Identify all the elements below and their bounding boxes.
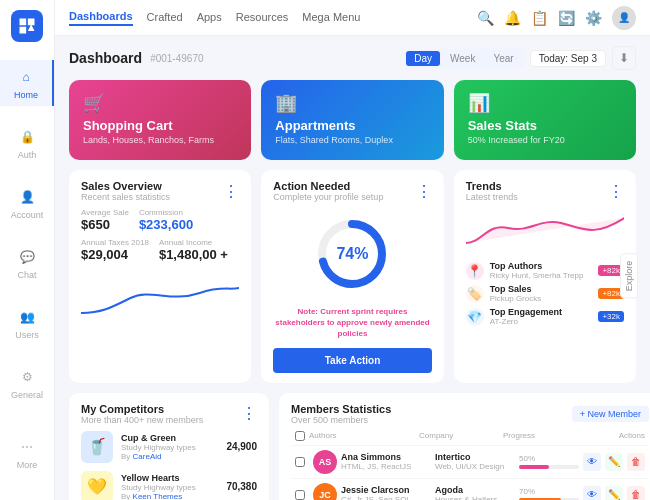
trend-item-0: 📍 Top Authors Ricky Hunt, Smerha Trepp +… xyxy=(466,261,624,280)
trend-chart xyxy=(466,208,624,253)
card-sales-stats[interactable]: 📊 Sales Stats 50% Increased for FY20 xyxy=(454,80,636,160)
comp-thumb-0: 🥤 xyxy=(81,431,113,463)
select-all-checkbox[interactable] xyxy=(295,431,305,441)
bell-icon[interactable]: 🔔 xyxy=(504,10,521,26)
trend-info-1: Top Sales Pickup Grocks xyxy=(490,284,593,303)
nav-apps[interactable]: Apps xyxy=(197,11,222,25)
card-shopping-cart[interactable]: 🛒 Shopping Cart Lands, Houses, Ranchos, … xyxy=(69,80,251,160)
member-checkbox-1[interactable] xyxy=(295,490,305,500)
member-delete-btn-0[interactable]: 🗑 xyxy=(627,453,645,471)
nav-resources[interactable]: Resources xyxy=(236,11,289,25)
competitors-more-button[interactable]: ⋮ xyxy=(241,404,257,423)
tab-week[interactable]: Week xyxy=(442,51,483,66)
bottom-row: My Competitors More than 400+ new member… xyxy=(69,393,636,500)
action-needed-panel: Action Needed Complete your profile setu… xyxy=(261,170,443,383)
competitors-title: My Competitors xyxy=(81,403,203,415)
card-sales-subtitle: 50% Increased for FY20 xyxy=(468,135,622,145)
day-tabs: Day Week Year xyxy=(404,49,523,68)
new-member-button[interactable]: + New Member xyxy=(572,406,649,422)
comp-info-0: Cup & Green Study Highway types By CareA… xyxy=(121,433,218,461)
member-view-btn-0[interactable]: 👁 xyxy=(583,453,601,471)
file-icon[interactable]: 📋 xyxy=(531,10,548,26)
trends-sub: Latest trends xyxy=(466,192,518,202)
annual-taxes-label: Annual Taxes 2018 xyxy=(81,238,149,247)
download-button[interactable]: ⬇ xyxy=(612,46,636,70)
user-avatar[interactable]: 👤 xyxy=(612,6,636,30)
explore-tab-container: Explore xyxy=(620,254,638,299)
cards-row: 🛒 Shopping Cart Lands, Houses, Ranchos, … xyxy=(69,80,636,160)
member-company-0: Intertico Web, UI/UX Design xyxy=(435,452,515,471)
member-avatar-1: JC xyxy=(313,483,337,500)
account-icon: 👤 xyxy=(16,186,38,208)
sidebar-item-home[interactable]: ⌂ Home xyxy=(0,60,54,106)
trends-more-button[interactable]: ⋮ xyxy=(608,182,624,201)
annual-income-val: $1,480,00 + xyxy=(159,247,228,262)
topnav: Dashboards Crafted Apps Resources Mega M… xyxy=(55,0,650,36)
member-avatar-0: AS xyxy=(313,450,337,474)
app-logo xyxy=(11,10,43,42)
commission-val: $233,600 xyxy=(139,217,193,232)
member-role-1: C#, Jr JS, Seq SQL xyxy=(341,495,431,500)
member-role-0: HTML, JS, ReactJS xyxy=(341,462,431,471)
action-note-prefix: Note: xyxy=(298,307,321,316)
explore-tab[interactable]: Explore xyxy=(620,254,638,299)
dashboard-header: Dashboard #001-49670 Day Week Year Today… xyxy=(69,46,636,70)
member-checkbox-0[interactable] xyxy=(295,457,305,467)
trend-name-1: Top Sales xyxy=(490,284,593,294)
member-row-0: AS Ana Simmons HTML, JS, ReactJS Interti… xyxy=(291,445,649,478)
nav-dashboards[interactable]: Dashboards xyxy=(69,10,133,26)
comp-item-1: 💛 Yellow Hearts Study Highway types By K… xyxy=(81,471,257,500)
more-icon: ⋯ xyxy=(16,436,38,458)
sidebar-item-more[interactable]: ⋯ More xyxy=(0,430,54,476)
comp-by-0: By CareAid xyxy=(121,452,218,461)
search-icon[interactable]: 🔍 xyxy=(477,10,494,26)
trend-sub-0: Ricky Hunt, Smerha Trepp xyxy=(490,271,593,280)
trend-icon-0: 📍 xyxy=(466,262,484,280)
settings-icon[interactable]: ⚙️ xyxy=(585,10,602,26)
general-icon: ⚙ xyxy=(16,366,38,388)
take-action-button[interactable]: Take Action xyxy=(273,348,431,373)
cart-icon: 🛒 xyxy=(83,92,237,114)
trend-icon-1: 🏷️ xyxy=(466,285,484,303)
comp-by-1: By Keen Themes xyxy=(121,492,218,500)
sales-chart xyxy=(81,268,239,318)
tab-day[interactable]: Day xyxy=(406,51,440,66)
action-sub: Complete your profile setup xyxy=(273,192,383,202)
sales-title: Sales Overview xyxy=(81,180,170,192)
content-area: Dashboard #001-49670 Day Week Year Today… xyxy=(55,36,650,500)
sales-stats-2: Annual Taxes 2018 $29,004 Annual Income … xyxy=(81,238,239,262)
sidebar-item-users[interactable]: 👥 Users xyxy=(0,300,54,346)
member-edit-btn-1[interactable]: ✏️ xyxy=(605,486,623,500)
commission-label: Commission xyxy=(139,208,193,217)
member-view-btn-1[interactable]: 👁 xyxy=(583,486,601,500)
sidebar-label-general: General xyxy=(11,390,43,400)
sales-more-button[interactable]: ⋮ xyxy=(223,182,239,201)
members-panel: Members Statistics Over 500 members + Ne… xyxy=(279,393,650,500)
comp-val-1: 70,380 xyxy=(226,481,257,492)
action-more-button[interactable]: ⋮ xyxy=(416,182,432,201)
member-progress-1: 70% xyxy=(519,487,579,500)
avg-sale-label: Average Sale xyxy=(81,208,129,217)
card-apartments[interactable]: 🏢 Appartments Flats, Shared Rooms, Duple… xyxy=(261,80,443,160)
trend-sub-2: AT-Zero xyxy=(490,317,593,326)
member-delete-btn-1[interactable]: 🗑 xyxy=(627,486,645,500)
member-edit-btn-0[interactable]: ✏️ xyxy=(605,453,623,471)
refresh-icon[interactable]: 🔄 xyxy=(558,10,575,26)
main-area: Dashboards Crafted Apps Resources Mega M… xyxy=(55,0,650,500)
nav-mega-menu[interactable]: Mega Menu xyxy=(302,11,360,25)
today-badge[interactable]: Today: Sep 3 xyxy=(530,50,606,67)
nav-crafted[interactable]: Crafted xyxy=(147,11,183,25)
tab-year[interactable]: Year xyxy=(485,51,521,66)
sales-overview-panel: Sales Overview Recent sales statistics ⋮… xyxy=(69,170,251,383)
sidebar-item-chat[interactable]: 💬 Chat xyxy=(0,240,54,286)
sidebar-item-account[interactable]: 👤 Account xyxy=(0,180,54,226)
card-apt-subtitle: Flats, Shared Rooms, Duplex xyxy=(275,135,429,145)
sidebar-item-general[interactable]: ⚙ General xyxy=(0,360,54,406)
sales-stats: Average Sale $650 Commission $233,600 xyxy=(81,208,239,232)
trends-panel: Trends Latest trends ⋮ 📍 Top Authors xyxy=(454,170,636,383)
sidebar-label-home: Home xyxy=(14,90,38,100)
card-shopping-subtitle: Lands, Houses, Ranchos, Farms xyxy=(83,135,237,145)
sidebar: ⌂ Home 🔒 Auth 👤 Account 💬 Chat 👥 Users ⚙… xyxy=(0,0,55,500)
sidebar-item-auth[interactable]: 🔒 Auth xyxy=(0,120,54,166)
dashboard-id: #001-49670 xyxy=(150,53,203,64)
